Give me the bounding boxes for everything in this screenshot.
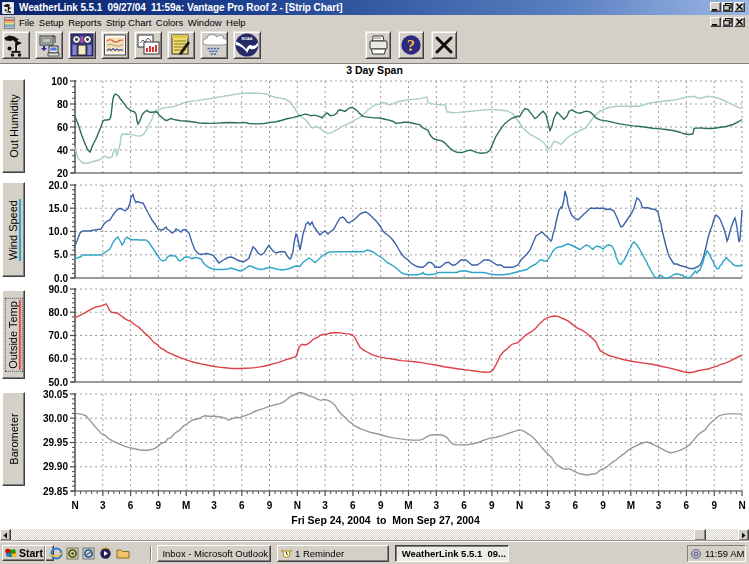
svg-text:N: N bbox=[516, 500, 523, 511]
svg-text:90.0: 90.0 bbox=[49, 284, 69, 295]
svg-text:30.00: 30.00 bbox=[43, 413, 68, 424]
svg-text:?: ? bbox=[407, 37, 415, 54]
svg-text:5.0: 5.0 bbox=[54, 249, 68, 260]
svg-text:9: 9 bbox=[378, 500, 384, 511]
svg-text:29.95: 29.95 bbox=[43, 437, 68, 448]
svg-text:9: 9 bbox=[600, 500, 606, 511]
svg-text:6: 6 bbox=[239, 500, 245, 511]
svg-text:29.90: 29.90 bbox=[43, 461, 68, 472]
svg-text:3: 3 bbox=[322, 500, 328, 511]
svg-text:3: 3 bbox=[545, 500, 551, 511]
svg-text:3: 3 bbox=[434, 500, 440, 511]
svg-text:70.0: 70.0 bbox=[49, 330, 69, 341]
svg-text:100: 100 bbox=[51, 76, 68, 87]
svg-text:9: 9 bbox=[156, 500, 162, 511]
svg-text:30.05: 30.05 bbox=[43, 389, 68, 400]
svg-text:0.0: 0.0 bbox=[54, 273, 68, 284]
svg-text:6: 6 bbox=[461, 500, 467, 511]
svg-text:6: 6 bbox=[684, 500, 690, 511]
svg-text:3: 3 bbox=[100, 500, 106, 511]
svg-text:3: 3 bbox=[211, 500, 217, 511]
svg-text:15.0: 15.0 bbox=[49, 203, 69, 214]
svg-text:N: N bbox=[71, 500, 78, 511]
svg-text:M: M bbox=[404, 500, 412, 511]
svg-text:NOAA: NOAA bbox=[241, 37, 252, 41]
svg-text:M: M bbox=[182, 500, 190, 511]
svg-text:29.85: 29.85 bbox=[43, 486, 68, 497]
svg-text:80: 80 bbox=[57, 99, 69, 110]
svg-text:9: 9 bbox=[489, 500, 495, 511]
svg-text:80.0: 80.0 bbox=[49, 307, 69, 318]
svg-text:50.0: 50.0 bbox=[49, 377, 69, 388]
svg-text:N: N bbox=[294, 500, 301, 511]
svg-text:6: 6 bbox=[572, 500, 578, 511]
svg-text:6: 6 bbox=[128, 500, 134, 511]
svg-text:N: N bbox=[738, 500, 745, 511]
svg-text:M: M bbox=[627, 500, 635, 511]
svg-text:60: 60 bbox=[57, 122, 69, 133]
svg-text:9: 9 bbox=[711, 500, 717, 511]
svg-text:60.0: 60.0 bbox=[49, 353, 69, 364]
svg-text:10.0: 10.0 bbox=[49, 226, 69, 237]
svg-text:20.0: 20.0 bbox=[49, 180, 69, 191]
svg-text:6: 6 bbox=[350, 500, 356, 511]
svg-text:3: 3 bbox=[656, 500, 662, 511]
svg-text:9: 9 bbox=[267, 500, 273, 511]
svg-text:40: 40 bbox=[57, 145, 69, 156]
svg-text:20: 20 bbox=[57, 168, 69, 179]
